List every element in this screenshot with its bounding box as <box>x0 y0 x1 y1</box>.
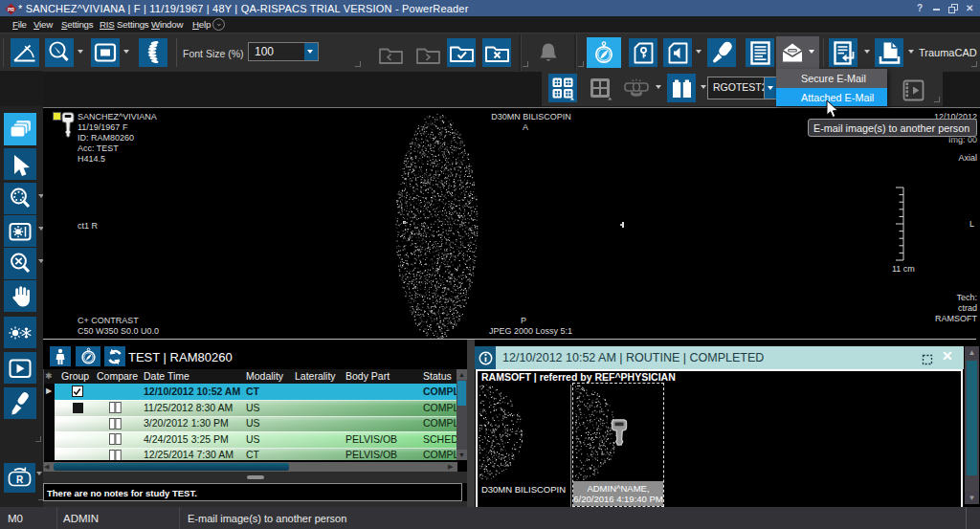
svg-text:R: R <box>16 474 24 484</box>
svg-text:PR: PR <box>8 7 14 12</box>
